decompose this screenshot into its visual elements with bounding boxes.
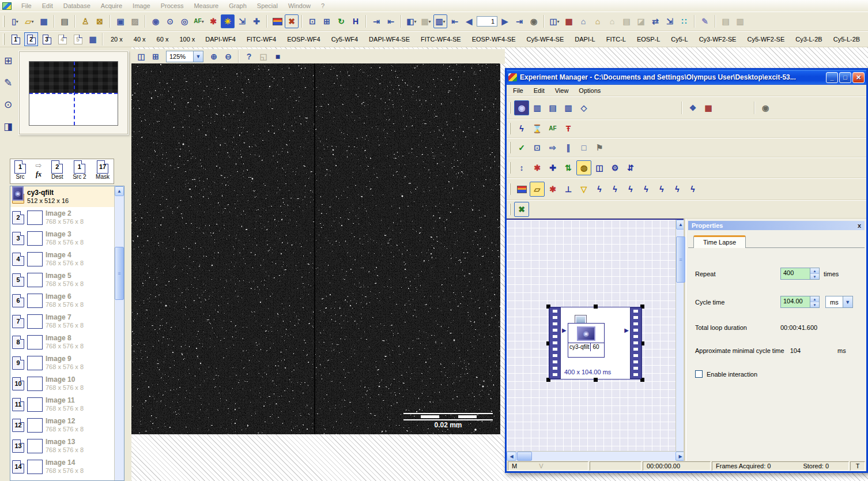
image-list-item-6[interactable]: 6Image 6768 x 576 x 8 bbox=[10, 290, 114, 311]
trigger-2-icon[interactable]: ϟ bbox=[607, 182, 622, 197]
cycle-time-stepper[interactable]: 104.00 ▲▼ bbox=[780, 296, 820, 308]
pause-icon[interactable]: ∥ bbox=[561, 140, 576, 155]
refresh-icon[interactable]: ↻ bbox=[334, 14, 348, 28]
colormap-export-icon[interactable] bbox=[514, 182, 529, 197]
close-button[interactable]: ✕ bbox=[852, 72, 865, 83]
navigator-screen[interactable] bbox=[29, 61, 118, 126]
close-document-icon[interactable]: ✖ bbox=[285, 14, 299, 28]
image-list-item-4[interactable]: 4Image 4768 x 576 x 8 bbox=[10, 249, 114, 269]
lock-icon[interactable]: ⊠ bbox=[93, 14, 107, 28]
image-list-item-2[interactable]: 2Image 2768 x 576 x 8 bbox=[10, 207, 114, 228]
note-edit-icon[interactable]: ✎ bbox=[2, 76, 14, 89]
button-cy5-wf4[interactable]: Cy5-WF4 bbox=[326, 34, 363, 44]
chevron-down-icon[interactable]: ▼ bbox=[193, 51, 203, 62]
menu-item-view[interactable]: View bbox=[550, 87, 574, 95]
menu-item-[interactable]: ? bbox=[316, 2, 330, 10]
view-3d-icon[interactable]: ◫▾ bbox=[548, 14, 561, 28]
monitor-settings-icon[interactable]: ⊡ bbox=[305, 14, 319, 28]
menu-item-window[interactable]: Window bbox=[283, 2, 316, 10]
menu-item-measure[interactable]: Measure bbox=[188, 2, 224, 10]
tab-time-lapse[interactable]: Time Lapse bbox=[693, 235, 746, 248]
monitor-check-icon[interactable]: ⊡ bbox=[530, 140, 545, 155]
scroll-left-icon[interactable]: ◀ bbox=[507, 452, 516, 461]
button-40-x[interactable]: 40 x bbox=[129, 34, 151, 44]
spin-down-icon[interactable]: ▼ bbox=[810, 302, 819, 307]
button-dapi-wf4-se[interactable]: DAPI-WF4-SE bbox=[364, 34, 415, 44]
dropdown-arrow-icon[interactable]: ▾ bbox=[557, 19, 560, 24]
select-region-icon[interactable]: ◇ bbox=[576, 100, 591, 115]
film-chart-icon[interactable]: ▦ bbox=[701, 100, 716, 115]
menu-item-database[interactable]: Database bbox=[58, 2, 96, 10]
burner-gear-icon[interactable]: ⚙ bbox=[607, 160, 622, 175]
selection-handle[interactable] bbox=[594, 378, 598, 382]
frame-first-icon[interactable]: ⇤ bbox=[448, 14, 462, 28]
enable-interaction-checkbox[interactable] bbox=[695, 370, 703, 378]
selection-handle[interactable] bbox=[594, 305, 598, 309]
dropdown-arrow-icon[interactable]: ▾ bbox=[414, 19, 417, 24]
full-view-icon[interactable]: ■ bbox=[271, 50, 285, 63]
stack-out-icon[interactable]: ⇤ bbox=[384, 14, 398, 28]
paste-icon[interactable]: ▨ bbox=[128, 14, 142, 28]
source-slot[interactable]: 1 Src bbox=[14, 160, 26, 181]
transfer-frames-icon[interactable]: ⇄ bbox=[648, 14, 662, 28]
button-cy3-wf2-se[interactable]: Cy3-WF2-SE bbox=[694, 34, 742, 44]
dropdown-arrow-icon[interactable]: ▾ bbox=[443, 19, 446, 24]
trigger-7-icon[interactable]: ϟ bbox=[685, 182, 700, 197]
overlay-mode-icon[interactable]: ◧▾ bbox=[405, 14, 418, 28]
toolbar-handle[interactable] bbox=[509, 162, 511, 174]
trigger-4-icon[interactable]: ϟ bbox=[639, 182, 654, 197]
scroll-right-icon[interactable]: ▶ bbox=[675, 452, 685, 461]
dropdown-arrow-icon[interactable]: ▾ bbox=[31, 19, 33, 24]
toolbar-handle[interactable] bbox=[509, 183, 511, 195]
menu-item-graph[interactable]: Graph bbox=[224, 2, 252, 10]
scroll-up-icon[interactable]: ▲ bbox=[676, 220, 685, 230]
acquisition-node[interactable]: ◉ cy3-qfilt 60 bbox=[568, 323, 605, 358]
lamp-icon[interactable]: ◍ bbox=[576, 160, 591, 175]
camera-record-icon[interactable]: ◉ bbox=[149, 14, 163, 28]
annotate-feather-icon[interactable]: ✎ bbox=[698, 14, 712, 28]
button-cy3-l-2b[interactable]: Cy3-L-2B bbox=[790, 34, 827, 44]
window-button-1[interactable]: 1 bbox=[9, 32, 22, 46]
scrollbar-thumb[interactable] bbox=[517, 452, 532, 461]
tile-grid-icon[interactable]: ⊞ bbox=[149, 50, 163, 63]
scrollbar-thumb[interactable] bbox=[115, 247, 124, 300]
acquisition-camera-icon[interactable]: ◉ bbox=[514, 100, 529, 115]
button-20-x[interactable]: 20 x bbox=[105, 34, 128, 44]
image-list-item-12[interactable]: 12Image 12768 x 576 x 8 bbox=[10, 415, 114, 435]
button-60-x[interactable]: 60 x bbox=[152, 34, 174, 44]
table-view-icon[interactable]: ⊞ bbox=[2, 54, 14, 67]
new-document-icon[interactable]: ▯▾ bbox=[8, 14, 22, 28]
mask-slot[interactable]: 17 Mask bbox=[96, 160, 110, 181]
fluorescence-image[interactable] bbox=[131, 63, 500, 434]
image-list-item-10[interactable]: 10Image 10768 x 576 x 8 bbox=[10, 373, 114, 394]
folder-link-icon[interactable]: ▱ bbox=[530, 182, 545, 197]
film-frame-icon[interactable]: ▥ bbox=[561, 100, 576, 115]
scrollbar-thumb[interactable] bbox=[676, 236, 685, 283]
button-dapi-l[interactable]: DAPI-L bbox=[569, 34, 600, 44]
button-eosp-wf4[interactable]: EOSP-WF4 bbox=[282, 34, 325, 44]
cycle-unit-select[interactable]: ms ▼ bbox=[825, 296, 853, 308]
experiment-manager-titlebar[interactable]: Experiment Manager - C:\Documents and Se… bbox=[507, 70, 866, 85]
trigger-3-icon[interactable]: ϟ bbox=[623, 182, 638, 197]
image-list-item-15[interactable]: 15Image 15768 x 576 x 8 bbox=[10, 477, 114, 480]
button-cy5-wf2-se[interactable]: Cy5-WF2-SE bbox=[742, 34, 790, 44]
image-list-item-1[interactable]: 1cy3-qfilt512 x 512 x 16 bbox=[10, 186, 114, 207]
image-list-item-13[interactable]: 13Image 13768 x 576 x 8 bbox=[10, 435, 114, 456]
camera-port-icon[interactable]: ◫ bbox=[592, 160, 607, 175]
repeat-stepper[interactable]: 400 ▲▼ bbox=[780, 268, 820, 280]
film-graph-icon[interactable]: ▦ bbox=[562, 14, 576, 28]
toolbar-handle[interactable] bbox=[509, 204, 511, 215]
menu-item-image[interactable]: Image bbox=[127, 2, 156, 10]
trigger-5-icon[interactable]: ϟ bbox=[654, 182, 669, 197]
funnel-icon[interactable]: ▽ bbox=[576, 182, 591, 197]
import-warning-icon[interactable]: ⌂ bbox=[591, 14, 605, 28]
z-drive-icon[interactable]: ↕ bbox=[514, 160, 529, 175]
stage-move-icon[interactable]: ✚ bbox=[545, 160, 560, 175]
menu-item-options[interactable]: Options bbox=[573, 87, 606, 95]
toolbar-handle[interactable] bbox=[509, 123, 511, 134]
scrollbar-track[interactable] bbox=[115, 196, 124, 480]
export-frames-icon[interactable]: ⇲ bbox=[663, 14, 677, 28]
trigger-6-icon[interactable]: ϟ bbox=[670, 182, 685, 197]
copy-icon[interactable]: ▣ bbox=[114, 14, 127, 28]
histogram-icon[interactable]: H bbox=[349, 14, 363, 28]
